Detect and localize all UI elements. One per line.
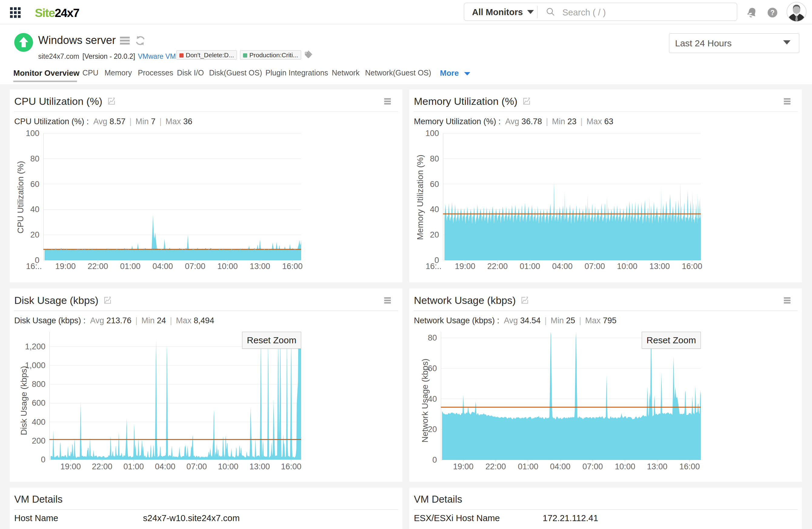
svg-text:?: ? [770, 9, 774, 17]
